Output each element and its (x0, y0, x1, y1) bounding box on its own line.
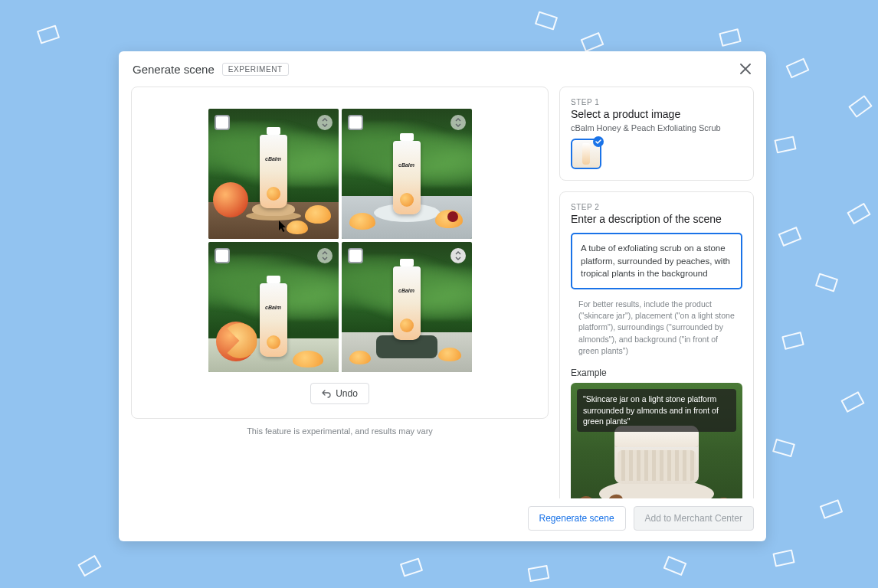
modal-title: Generate scene (133, 63, 215, 76)
generate-scene-modal: Generate scene EXPERIMENT (119, 51, 766, 541)
bg-decor (820, 499, 844, 519)
step1-title: Select a product image (571, 108, 742, 120)
example-image: "Skincare jar on a light stone platform … (571, 383, 742, 498)
description-hint: For better results, include the product … (571, 299, 742, 357)
bg-decor (778, 227, 802, 247)
step2-panel: STEP 2 Enter a description of the scene … (559, 191, 754, 498)
result-tile-2[interactable]: cBalm (342, 109, 472, 239)
expand-icon (321, 118, 329, 127)
step2-title: Enter a description of the scene (571, 213, 742, 225)
result-tile-3[interactable]: cBalm (208, 242, 339, 372)
bg-decor (840, 391, 864, 413)
undo-icon (322, 389, 331, 398)
tube-brand-label: cBalm (260, 156, 287, 162)
result-grid: cBalm (208, 109, 472, 372)
bg-decor (535, 11, 558, 30)
modal-header: Generate scene EXPERIMENT (119, 51, 766, 82)
bg-decor (772, 439, 795, 457)
bg-decor (847, 203, 871, 225)
bg-decor (815, 273, 838, 292)
bg-decor (77, 555, 102, 577)
results-column: cBalm (131, 87, 549, 498)
close-button[interactable] (737, 60, 754, 77)
cursor-icon (279, 220, 288, 233)
select-checkbox[interactable] (215, 115, 230, 130)
modal-body: cBalm (119, 82, 766, 498)
expand-button[interactable] (317, 115, 333, 130)
bg-decor (719, 28, 742, 47)
bg-decor (848, 95, 873, 118)
bg-decor (785, 57, 809, 78)
selected-check-icon (593, 136, 604, 147)
step2-label: STEP 2 (571, 203, 742, 211)
add-to-merchant-button[interactable]: Add to Merchant Center (634, 506, 754, 531)
undo-button[interactable]: Undo (310, 383, 369, 404)
bg-decor (774, 136, 796, 153)
expand-button[interactable] (317, 248, 333, 263)
bg-decor (37, 24, 60, 44)
experiment-badge: EXPERIMENT (222, 63, 289, 76)
expand-button[interactable] (450, 115, 466, 130)
expand-icon (321, 251, 329, 260)
select-checkbox[interactable] (215, 248, 230, 263)
expand-button[interactable] (450, 248, 466, 263)
expand-icon (454, 251, 462, 260)
step1-panel: STEP 1 Select a product image cBalm Hone… (559, 87, 754, 181)
select-checkbox[interactable] (348, 115, 363, 130)
select-checkbox[interactable] (348, 248, 363, 263)
bg-decor (772, 549, 794, 567)
product-name: cBalm Honey & Peach Exfoliating Scrub (571, 123, 742, 132)
step1-label: STEP 1 (571, 98, 742, 106)
bg-decor (581, 32, 604, 52)
regenerate-button[interactable]: Regenerate scene (528, 506, 626, 531)
modal-footer: Regenerate scene Add to Merchant Center (119, 498, 766, 541)
bg-decor (400, 557, 423, 577)
bg-decor (663, 556, 687, 576)
undo-label: Undo (336, 388, 358, 399)
results-card: cBalm (131, 87, 549, 419)
close-icon (740, 64, 751, 74)
result-tile-4[interactable]: cBalm (342, 242, 472, 372)
expand-icon (454, 118, 462, 127)
tube-brand-label: cBalm (260, 305, 287, 310)
example-label: Example (571, 368, 742, 378)
tube-brand-label: cBalm (393, 288, 421, 293)
tube-brand-label: cBalm (393, 162, 421, 168)
disclaimer-text: This feature is experimental, and result… (131, 426, 549, 436)
bg-decor (528, 565, 550, 582)
result-tile-1[interactable]: cBalm (208, 109, 339, 239)
scene-description-input[interactable] (571, 233, 742, 289)
bg-decor (781, 332, 804, 350)
settings-column: STEP 1 Select a product image cBalm Hone… (559, 87, 754, 498)
product-thumbnail[interactable] (571, 139, 601, 169)
example-caption: "Skincare jar on a light stone platform … (577, 389, 736, 432)
